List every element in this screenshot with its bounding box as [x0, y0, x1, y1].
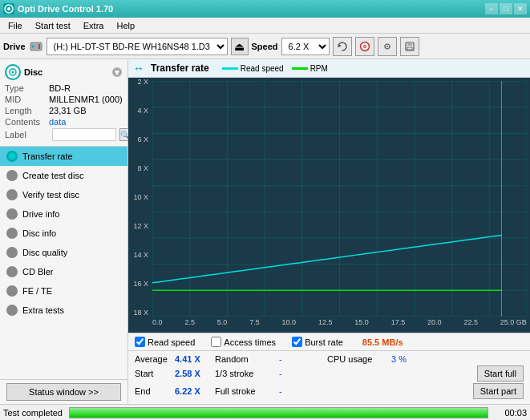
nav-create-test-disc[interactable]: Create test disc	[0, 166, 127, 185]
access-times-checkbox-label[interactable]: Access times	[211, 337, 276, 347]
read-speed-checkbox-text: Read speed	[148, 337, 195, 347]
drive-select[interactable]: (H:) HL-DT-ST BD-RE WH16NS48 1.D3	[47, 38, 228, 55]
nav-transfer-rate[interactable]: Transfer rate	[0, 147, 127, 166]
end-value: 6.22 X	[175, 386, 215, 396]
burst-rate-checkbox-label[interactable]: Burst rate	[292, 337, 343, 347]
transfer-rate-icon	[6, 151, 18, 162]
right-content: ↔ Transfer rate Read speed RPM 18 X 16 X…	[128, 59, 530, 404]
menu-help[interactable]: Help	[110, 19, 141, 32]
speed-select[interactable]: 6.2 X	[281, 38, 330, 55]
nav-extra-tests[interactable]: Extra tests	[0, 301, 127, 320]
label-input[interactable]	[52, 128, 116, 141]
legend-read-speed-color	[222, 67, 238, 70]
svg-text:▼: ▼	[113, 68, 121, 77]
drive-toolbar: Drive (H:) HL-DT-ST BD-RE WH16NS48 1.D3 …	[0, 34, 530, 59]
create-test-disc-icon	[6, 170, 18, 181]
burst-rate-checkbox-text: Burst rate	[305, 337, 343, 347]
eject-button[interactable]: ⏏	[231, 38, 249, 55]
save-button[interactable]	[400, 37, 419, 56]
length-value: 23,31 GB	[49, 106, 86, 115]
onethird-label: 1/3 stroke	[215, 369, 279, 378]
type-key: Type	[5, 83, 49, 93]
x-label-7.5: 7.5	[249, 318, 260, 333]
start-full-button[interactable]: Start full	[477, 365, 524, 382]
svg-point-15	[12, 71, 14, 74]
legend-rpm: RPM	[292, 64, 328, 73]
nav-disc-info[interactable]: Disc info	[0, 224, 127, 243]
nav-transfer-rate-label: Transfer rate	[22, 151, 73, 161]
drive-info-icon	[6, 208, 18, 220]
start-part-button[interactable]: Start part	[473, 383, 524, 399]
disc-section-title: Disc	[24, 67, 42, 77]
length-key: Length	[5, 106, 49, 115]
svg-point-20	[9, 192, 16, 199]
legend-rpm-color	[292, 67, 308, 70]
x-label-10: 10.0	[282, 318, 297, 333]
app-icon	[3, 3, 14, 14]
legend-read-speed-label: Read speed	[241, 64, 284, 73]
chart-legend: Read speed RPM	[222, 64, 328, 73]
maximize-button[interactable]: □	[500, 3, 512, 14]
status-bar: Test completed 00:03	[0, 404, 530, 420]
svg-point-4	[31, 45, 34, 47]
chart-legend-row: Read speed Access times Burst rate 85.5 …	[128, 333, 530, 350]
menu-extra[interactable]: Extra	[77, 19, 111, 32]
access-times-checkbox[interactable]	[211, 337, 221, 347]
nav-drive-info[interactable]: Drive info	[0, 204, 127, 224]
label-key: Label	[5, 130, 49, 139]
drive-label: Drive	[3, 42, 26, 51]
title-bar: Opti Drive Control 1.70 − □ ✕	[0, 0, 530, 18]
svg-point-6	[360, 42, 369, 50]
avg-value: 4.41 X	[175, 354, 215, 364]
y-label-2: 2 X	[137, 78, 148, 86]
svg-point-24	[9, 269, 16, 276]
nav-disc-quality[interactable]: Disc quality	[0, 243, 127, 262]
nav-verify-test-disc[interactable]: Verify test disc	[0, 185, 127, 204]
status-text: Test completed	[3, 408, 63, 418]
nav-drive-info-label: Drive info	[22, 209, 59, 219]
settings-button[interactable]	[378, 37, 397, 56]
nav-verify-test-disc-label: Verify test disc	[22, 190, 79, 200]
fe-te-icon	[6, 285, 18, 297]
disc-quality-icon	[6, 247, 18, 258]
refresh-button[interactable]	[333, 37, 352, 56]
start-label: Start	[135, 369, 175, 378]
x-label-2.5: 2.5	[184, 318, 195, 333]
progress-bar	[70, 408, 488, 418]
nav-cd-bler[interactable]: CD Bler	[0, 262, 127, 281]
status-window-button[interactable]: Status window >>	[6, 383, 121, 401]
menu-file[interactable]: File	[2, 19, 29, 32]
cpu-value: 3 %	[391, 354, 431, 364]
chart-header: ↔ Transfer rate Read speed RPM	[128, 59, 530, 78]
svg-point-23	[9, 249, 16, 256]
menu-start-test[interactable]: Start test	[29, 19, 77, 32]
burst-rate-value: 85.5 MB/s	[362, 337, 403, 347]
disc-length-row: Length 23,31 GB	[5, 106, 123, 115]
chart-plot	[152, 81, 527, 317]
type-value: BD-R	[49, 83, 71, 93]
chart-title: Transfer rate	[151, 63, 209, 74]
mid-value: MILLENMR1 (000)	[49, 95, 123, 104]
disc-header-icon	[5, 64, 21, 80]
read-speed-checkbox-label[interactable]: Read speed	[135, 337, 195, 347]
menu-bar: File Start test Extra Help	[0, 18, 530, 34]
burst-rate-checkbox[interactable]	[292, 337, 302, 347]
nav-fe-te-label: FE / TE	[22, 286, 52, 296]
svg-point-26	[9, 307, 16, 314]
fullstroke-value: -	[279, 386, 327, 396]
read-speed-checkbox[interactable]	[135, 337, 145, 347]
cpu-label: CPU usage	[327, 354, 391, 364]
nav-fe-te[interactable]: FE / TE	[0, 281, 127, 301]
svg-point-25	[9, 288, 16, 295]
chart-container: 18 X 16 X 14 X 12 X 10 X 8 X 6 X 4 X 2 X…	[128, 78, 530, 333]
x-label-20: 20.0	[427, 318, 442, 333]
svg-rect-11	[407, 42, 412, 46]
fullstroke-label: Full stroke	[215, 386, 279, 396]
disc-icon-button[interactable]	[355, 37, 374, 56]
minimize-button[interactable]: −	[485, 3, 498, 14]
disc-header: Disc ▼	[5, 64, 123, 80]
end-label: End	[135, 386, 175, 396]
access-times-checkbox-text: Access times	[224, 337, 276, 347]
svg-point-21	[9, 211, 16, 218]
close-button[interactable]: ✕	[514, 3, 527, 14]
